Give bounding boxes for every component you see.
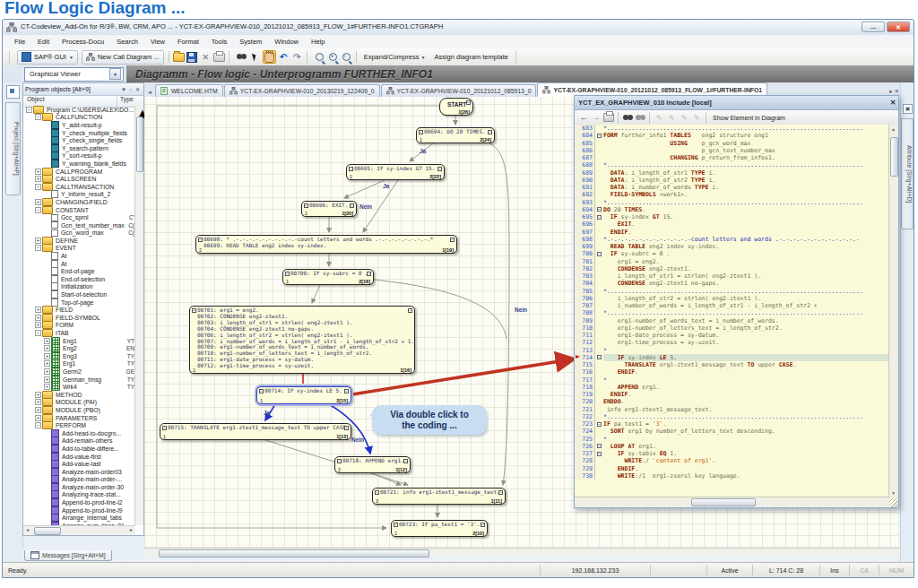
- expand-compress-button[interactable]: Expand/Compress ▼: [360, 51, 429, 64]
- tree-item[interactable]: +Eng1YT: [23, 337, 135, 345]
- expand-icon[interactable]: +: [35, 169, 41, 175]
- edit-tool-button[interactable]: ✎: [666, 112, 677, 123]
- code-line[interactable]: 685 USING p_gcn_word_max: [575, 140, 898, 147]
- tree-item[interactable]: −ITAB: [23, 329, 135, 337]
- expand-icon[interactable]: +: [35, 407, 41, 413]
- tree-item[interactable]: −EVENT: [23, 245, 135, 253]
- code-line[interactable]: 713*: [575, 347, 898, 354]
- tree-item[interactable]: −PERFORM: [23, 421, 135, 429]
- tree-item[interactable]: Append-to-prod-line-l2: [23, 498, 135, 506]
- tree-item[interactable]: Y_check_multiple_fields: [23, 129, 135, 137]
- code-line[interactable]: 683*....................................…: [575, 125, 898, 132]
- code-line[interactable]: 689 DATA: i_length_of_str1 TYPE i.: [575, 169, 898, 177]
- tree-item[interactable]: Gcc_sprnlC': [23, 213, 135, 221]
- expand-icon[interactable]: +: [44, 353, 50, 359]
- tree-item[interactable]: Start-of-selection: [23, 290, 135, 298]
- code-line[interactable]: 710 erg1-number_of_letters_text = i_leng…: [575, 324, 898, 332]
- code-line[interactable]: 695− IF sy-index GT 15.: [575, 213, 898, 220]
- code-line[interactable]: 693*....................................…: [575, 199, 898, 206]
- menu-edit[interactable]: Edit: [31, 38, 56, 46]
- collapse-icon[interactable]: −: [498, 490, 503, 495]
- code-line[interactable]: 730 WRITE:/1 erg1-zsorsl key language.: [575, 472, 898, 480]
- tree-item[interactable]: Analyze-main-order-30: [23, 483, 135, 491]
- code-line[interactable]: 715 TRANSLATE erg1-ztext1_message_text T…: [575, 361, 898, 368]
- open-button[interactable]: [173, 51, 185, 63]
- edit-tool-button[interactable]: ✎: [691, 112, 702, 123]
- code-line[interactable]: 701 erg1 = eng2.: [575, 258, 898, 265]
- code-line[interactable]: 696 EXIT.: [575, 220, 898, 228]
- chevron-down-icon[interactable]: ▼: [119, 87, 128, 92]
- flow-node-n715[interactable]: −−00715: TRANSLATE erg1-ztext1_message_t…: [160, 423, 351, 440]
- menu-window[interactable]: Window: [268, 38, 305, 46]
- code-line[interactable]: 699 READ TABLE eng2 index sy-index.: [575, 243, 898, 250]
- menu-file[interactable]: File: [8, 38, 31, 46]
- collapse-icon[interactable]: −: [344, 389, 349, 393]
- collapse-icon[interactable]: −: [35, 245, 41, 251]
- code-line[interactable]: 687 CHANGING p_return_from_infos1.: [575, 154, 898, 161]
- nav-back-button[interactable]: ←: [578, 112, 589, 123]
- code-line[interactable]: 700− IF sy-subrc = 0 .: [575, 250, 898, 257]
- expand-icon[interactable]: +: [35, 322, 41, 328]
- zoom-in-button[interactable]: +: [327, 51, 339, 63]
- code-line[interactable]: 716 ENDIF.: [575, 368, 898, 376]
- flow-node-start[interactable]: START−1[26]: [439, 98, 473, 116]
- code-line[interactable]: 688*....................................…: [575, 161, 898, 169]
- expand-icon[interactable]: +: [35, 199, 41, 205]
- print-button[interactable]: [603, 112, 614, 123]
- tree-item[interactable]: +Wrk4TY: [23, 383, 135, 391]
- tree-item[interactable]: −CONSTANT: [23, 206, 135, 214]
- code-line[interactable]: 698*.-.-.-.-.-.-.-.-.-.-.-.-count letter…: [575, 236, 898, 243]
- expand-icon[interactable]: +: [44, 384, 50, 390]
- collapse-icon[interactable]: −: [344, 426, 349, 430]
- resize-grip[interactable]: [889, 497, 898, 507]
- expand-icon[interactable]: +: [35, 307, 41, 313]
- expand-icon[interactable]: +: [35, 415, 41, 421]
- tree-item[interactable]: +PARAMETERS: [23, 414, 135, 422]
- pin-icon[interactable]: ▣: [903, 104, 913, 114]
- code-line[interactable]: 724 SORT erg1 by number_of_letters_text …: [575, 428, 898, 435]
- tree-item[interactable]: Analyzing-trace-stat...: [23, 491, 135, 499]
- tree-item[interactable]: Analyze-main-order03: [23, 468, 135, 476]
- flow-node-n700[interactable]: −−00700: IF sy-subrc = 0 .12[18]: [282, 269, 374, 285]
- collapse-icon[interactable]: −: [408, 308, 412, 313]
- collapse-icon[interactable]: −: [285, 272, 290, 276]
- project-tab[interactable]: Project [Strg+Alt+P]: [5, 102, 21, 195]
- collapse-icon[interactable]: −: [403, 459, 408, 463]
- print-button[interactable]: [213, 51, 225, 63]
- tree-item[interactable]: Y_inform_result_2: [23, 191, 135, 199]
- flow-node-n694[interactable]: −−00694: DO 20 TIMES.12[24]: [416, 127, 495, 143]
- tree-item[interactable]: Analyze-main-order-...: [23, 476, 135, 484]
- code-line[interactable]: 697 ENDIF.: [575, 229, 898, 236]
- collapse-icon[interactable]: −: [35, 422, 41, 428]
- fold-margin[interactable]: −: [595, 213, 603, 220]
- tree-item[interactable]: +CALLPROGRAM: [23, 168, 135, 176]
- assign-template-button[interactable]: Assign diagram template: [430, 51, 512, 64]
- menu-format[interactable]: Format: [171, 38, 205, 46]
- tree-item[interactable]: +Erg1TY: [23, 360, 135, 368]
- code-line[interactable]: 709 erg1-number_of_words_text = i_number…: [575, 317, 898, 324]
- tree-item[interactable]: Add-remain-others: [23, 437, 135, 445]
- fold-margin[interactable]: −: [595, 354, 603, 361]
- code-line[interactable]: 718 APPEND erg1.: [575, 384, 898, 391]
- tree-item[interactable]: +FIELD: [23, 306, 135, 314]
- messages-tab[interactable]: Messages [Strg+Alt+M]: [24, 550, 112, 561]
- edit-tool-button[interactable]: ✎: [654, 112, 664, 123]
- code-line[interactable]: 707 i_number_of_words = i_length_of_str1…: [575, 302, 898, 309]
- expand-icon[interactable]: +: [35, 176, 41, 182]
- edit-tool-button[interactable]: ✎: [679, 112, 689, 123]
- tree-item[interactable]: +FORM: [23, 322, 135, 330]
- tree-item[interactable]: Initialization: [23, 283, 135, 291]
- canvas-horizontal-scrollbar[interactable]: [144, 548, 901, 558]
- expand-icon[interactable]: +: [44, 360, 50, 367]
- tree-vertical-scrollbar[interactable]: ▲▼: [134, 106, 143, 525]
- tree-item[interactable]: Add-value-first: [23, 453, 135, 461]
- expand-icon[interactable]: +: [44, 368, 50, 375]
- flow-node-n718[interactable]: −−00718: APPEND erg1.21[12]: [334, 456, 411, 473]
- collapse-icon[interactable]: −: [198, 238, 203, 242]
- close-icon[interactable]: ✕: [888, 99, 898, 107]
- code-line[interactable]: 714− IF sy-index LE 5.: [575, 354, 898, 361]
- tree-item[interactable]: +Germ2GE: [23, 368, 135, 376]
- menu-system[interactable]: System: [233, 38, 268, 46]
- viewer-mode-select[interactable]: Graphical Viewer▼: [24, 67, 124, 82]
- tree-item[interactable]: End-of-page: [23, 267, 135, 275]
